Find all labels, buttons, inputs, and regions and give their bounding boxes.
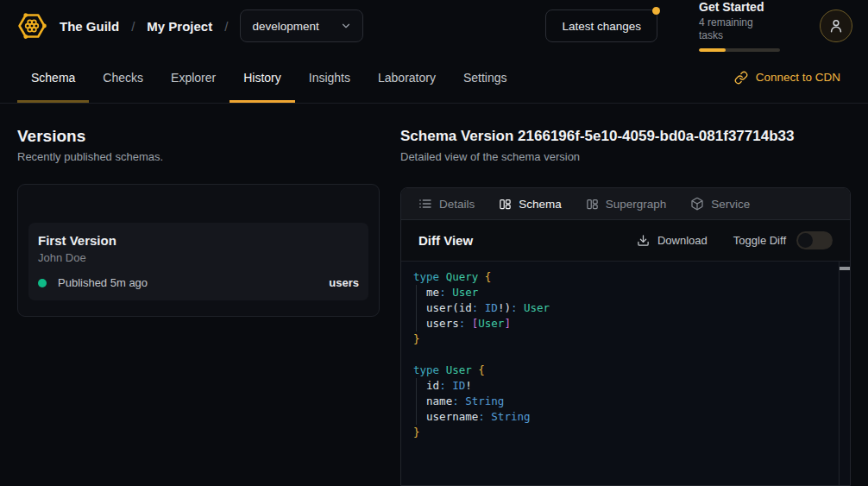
link-icon	[734, 71, 748, 85]
version-detail-box: Details Schema Sup	[400, 187, 851, 486]
tab-schema-label: Schema	[519, 198, 562, 211]
tab-schema[interactable]: Schema	[499, 198, 562, 211]
diff-view-title: Diff View	[418, 233, 473, 248]
version-detail-subtitle: Detailed view of the schema version	[400, 150, 851, 164]
nav-tab-explorer[interactable]: Explorer	[157, 52, 230, 103]
main-nav: Schema Checks Explorer History Insights …	[0, 52, 868, 104]
published-status-dot	[38, 279, 47, 287]
download-icon	[637, 234, 650, 247]
tab-service-label: Service	[711, 198, 750, 211]
hive-logo-icon[interactable]	[17, 11, 47, 41]
list-icon	[418, 197, 432, 211]
version-detail-panel: Schema Version 2166196f-5e10-4059-bd0a-0…	[400, 126, 851, 486]
detail-tabs: Details Schema Sup	[401, 188, 850, 220]
person-icon	[827, 17, 845, 35]
diff-view-header: Diff View Download Toggle Diff	[401, 220, 850, 262]
connect-to-cdn-label: Connect to CDN	[756, 71, 840, 84]
app-header: The Guild / My Project / development Lat…	[0, 0, 868, 52]
version-list-item[interactable]: First Version John Doe Published 5m ago …	[28, 223, 368, 300]
download-button[interactable]: Download	[637, 234, 708, 247]
version-name: First Version	[38, 233, 359, 249]
toggle-diff-switch[interactable]	[796, 231, 833, 249]
latest-changes-label: Latest changes	[562, 20, 641, 33]
version-status: Published 5m ago	[58, 276, 148, 289]
nav-tab-insights[interactable]: Insights	[295, 52, 364, 103]
target-selector[interactable]: development	[240, 9, 362, 42]
tab-details[interactable]: Details	[418, 197, 475, 211]
versions-subtitle: Recently published schemas.	[17, 150, 380, 164]
get-started-subtitle: 4 remaining tasks	[699, 16, 780, 42]
nav-tab-settings[interactable]: Settings	[450, 52, 521, 103]
breadcrumb-separator: /	[224, 19, 228, 34]
version-author: John Doe	[38, 251, 359, 265]
schema-code-viewer[interactable]: type Query { me: User user(id: ID!): Use…	[401, 262, 850, 485]
columns-icon	[499, 198, 512, 211]
tab-details-label: Details	[439, 198, 475, 211]
latest-changes-button[interactable]: Latest changes	[545, 9, 657, 42]
tab-service[interactable]: Service	[690, 197, 750, 211]
version-service-badge: users	[329, 276, 359, 289]
get-started-widget[interactable]: Get Started 4 remaining tasks	[699, 0, 780, 52]
breadcrumb-separator: /	[131, 19, 135, 34]
code-scrollbar-thumb[interactable]	[840, 267, 850, 270]
toggle-diff-label: Toggle Diff	[733, 234, 786, 247]
versions-list: First Version John Doe Published 5m ago …	[17, 184, 380, 317]
breadcrumb-project[interactable]: My Project	[147, 19, 212, 34]
target-selector-value: development	[252, 20, 318, 33]
nav-tab-history[interactable]: History	[230, 52, 295, 103]
get-started-title: Get Started	[699, 0, 780, 15]
chevron-down-icon	[340, 20, 352, 32]
nav-tab-schema[interactable]: Schema	[17, 52, 89, 103]
code-scrollbar	[839, 262, 850, 485]
download-label: Download	[657, 234, 708, 247]
nav-tab-checks[interactable]: Checks	[89, 52, 157, 103]
nav-tab-laboratory[interactable]: Laboratory	[364, 52, 450, 103]
connect-to-cdn-link[interactable]: Connect to CDN	[734, 52, 840, 103]
version-detail-title: Schema Version 2166196f-5e10-4059-bd0a-0…	[400, 126, 851, 146]
notification-dot	[652, 7, 660, 15]
code-content: type Query { me: User user(id: ID!): Use…	[401, 262, 850, 448]
page-content: Versions Recently published schemas. Fir…	[0, 104, 868, 486]
tab-supergraph[interactable]: Supergraph	[586, 198, 667, 211]
tab-supergraph-label: Supergraph	[606, 198, 667, 211]
toggle-knob	[798, 233, 813, 248]
user-avatar[interactable]	[820, 9, 852, 42]
breadcrumb-org[interactable]: The Guild	[60, 19, 119, 34]
columns-icon	[586, 198, 599, 211]
version-meta-row: Published 5m ago users	[38, 276, 359, 289]
get-started-progress-fill	[699, 48, 726, 52]
versions-title: Versions	[17, 126, 380, 146]
cube-icon	[690, 197, 704, 211]
versions-panel: Versions Recently published schemas. Fir…	[17, 126, 380, 317]
